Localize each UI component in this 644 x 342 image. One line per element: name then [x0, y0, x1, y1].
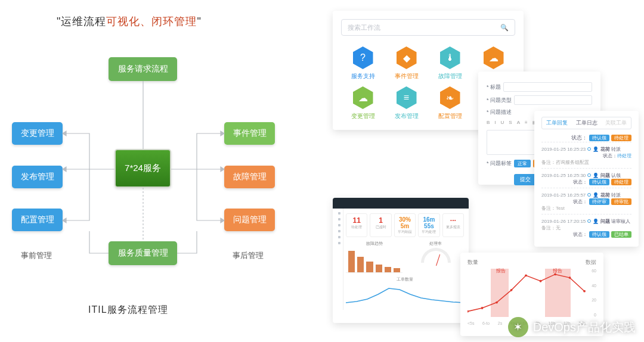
- watermark: ✶ DevOps产品化实践: [508, 317, 636, 337]
- wechat-icon: ✶: [508, 317, 528, 337]
- dash-side-nav[interactable]: [335, 209, 343, 310]
- chart-line: [346, 284, 465, 305]
- label-tags: * 问题标签: [487, 160, 512, 167]
- node-config-mgmt: 配置管理: [12, 209, 63, 231]
- node-change-mgmt: 变更管理: [12, 122, 63, 145]
- cloud-icon: ☁: [353, 86, 373, 109]
- log-item: 2019-01-25 16:25:30👤 问题 认领 状态：待认领待处理: [541, 168, 631, 188]
- type-select[interactable]: [514, 95, 592, 105]
- label-title: * 标题: [487, 83, 501, 91]
- caption-itil: ITIL服务流程管理: [88, 304, 168, 316]
- app-change[interactable]: ☁变更管理: [341, 86, 385, 120]
- trend-right-title: 数据: [586, 259, 596, 266]
- node-service-quality: 服务质量管理: [109, 241, 177, 265]
- svg-point-6: [554, 273, 556, 276]
- stat-card[interactable]: 30% 5m平均响应: [394, 213, 416, 237]
- search-icon: 🔍: [500, 24, 509, 32]
- label-desc: * 问题描述: [487, 109, 512, 115]
- trend-y-axis: 6040200: [586, 269, 596, 317]
- stat-card[interactable]: 1已超时: [370, 213, 391, 237]
- svg-point-0: [467, 310, 469, 313]
- chart-line-title: 工单数量: [346, 276, 464, 282]
- svg-point-3: [510, 289, 513, 291]
- svg-point-4: [525, 274, 527, 276]
- log-item: 2019-01-25 16:25:23👤 花荷 转派 状态：待处理 备注：咨询服…: [541, 142, 631, 168]
- dash-header: [333, 198, 469, 209]
- leaf-icon: ❧: [440, 86, 460, 109]
- trend-line-chart: [467, 269, 586, 313]
- thermo-icon: 🌡: [440, 46, 460, 69]
- app-service-support[interactable]: ?服务支持: [341, 46, 385, 80]
- tab-related: 关联工单: [601, 117, 631, 129]
- tab-reply: 工单回复: [542, 117, 572, 129]
- stat-card[interactable]: 16m 55s平均处理: [418, 213, 439, 237]
- stat-card[interactable]: 11待处理: [346, 213, 367, 237]
- node-service-request: 服务请求流程: [109, 57, 177, 81]
- node-center-7x24: 7*24服务: [114, 149, 171, 188]
- node-incident-mgmt: 事件管理: [224, 122, 275, 145]
- svg-point-7: [569, 276, 571, 279]
- search-input[interactable]: 搜索工作流 🔍: [341, 19, 515, 36]
- trend-title: 数量: [467, 259, 478, 266]
- caption-pre: 事前管理: [21, 250, 52, 261]
- dashboard-panel: 11待处理 1已超时 30% 5m平均响应 16m 55s平均处理 ···更多报…: [333, 198, 469, 323]
- log-tabs[interactable]: 工单回复 工单日志 关联工单: [541, 117, 631, 129]
- node-problem-mgmt: 问题管理: [224, 209, 275, 231]
- chart-gauge-title: 处理率: [407, 241, 464, 247]
- svg-point-2: [496, 301, 498, 304]
- node-release-mgmt: 发布管理: [12, 166, 63, 188]
- app-release[interactable]: ≡发布管理: [385, 86, 428, 120]
- app-fault[interactable]: 🌡故障管理: [428, 46, 472, 80]
- stat-card[interactable]: ···更多报表: [442, 213, 464, 237]
- chart-bars-title: 故障趋势: [346, 241, 402, 247]
- tag-normal[interactable]: 正常: [514, 160, 531, 167]
- svg-point-5: [540, 280, 542, 282]
- svg-point-1: [481, 307, 484, 309]
- cloud-icon: ☁: [484, 46, 504, 69]
- log-item: 2019-01-26 17:20:15👤 问题 请审核人 备注：无 状态：待认领…: [541, 214, 631, 240]
- ticket-log-panel: 工单回复 工单日志 关联工单 状态：待认领待处理 2019-01-25 16:2…: [534, 111, 639, 247]
- cube-icon: ◆: [397, 46, 417, 69]
- tab-log: 工单日志: [572, 117, 602, 129]
- chart-gauge: [421, 248, 451, 268]
- page-title: "运维流程可视化、闭环管理": [57, 14, 202, 29]
- app-config[interactable]: ❧配置管理: [428, 86, 472, 120]
- log-item: 2019-01-25 16:25:57👤 花荷 转派 状态：待评审待审批 备注：…: [541, 188, 631, 214]
- app-incident[interactable]: ◆事件管理: [385, 46, 428, 80]
- title-field[interactable]: [503, 82, 592, 92]
- caption-post: 事后管理: [233, 250, 264, 261]
- chart-bars: [346, 248, 402, 273]
- label-type: * 问题类型: [487, 97, 512, 104]
- stack-icon: ≡: [397, 86, 417, 109]
- node-fault-mgmt: 故障管理: [224, 166, 275, 188]
- submit-button[interactable]: 提交: [514, 174, 537, 185]
- question-icon: ?: [353, 46, 373, 69]
